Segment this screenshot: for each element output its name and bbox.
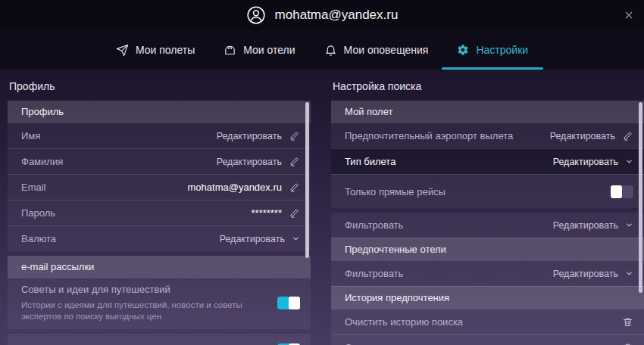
- search-settings-title: Настройка поиска: [333, 80, 644, 92]
- row-label: Фильтровать: [345, 219, 403, 231]
- chevron-down-icon: [625, 157, 633, 166]
- profile-group-header: Профиль: [8, 101, 311, 123]
- row-direct-flights-only: Только прямые рейсы: [331, 174, 644, 208]
- plane-icon: [116, 44, 129, 57]
- group-header-label: e-mail рассылки: [21, 261, 94, 272]
- edit-label: Редактировать: [220, 234, 285, 244]
- tab-bar: Мои полеты Мои отели Мои оповещения Наст…: [0, 30, 644, 70]
- settings-content: Профиль Профиль Имя Редактировать Фамили…: [0, 70, 644, 345]
- edit-preferred-airport-button[interactable]: Редактировать: [550, 130, 633, 141]
- row-ticket-type: Тип билета Редактировать: [331, 148, 644, 174]
- row-clear-search-history: Очистить историю поиска: [331, 309, 644, 334]
- popular-destinations-group: Популярные направления: [8, 334, 311, 345]
- row-label: Имя: [21, 130, 40, 141]
- edit-label: Редактировать: [550, 131, 615, 141]
- search-settings-section: Настройка поиска Мой полет Предпочтитель…: [331, 80, 644, 345]
- group-header-label: Профиль: [21, 106, 64, 117]
- tab-label: Настройки: [476, 44, 528, 56]
- tab-settings[interactable]: Настройки: [455, 30, 530, 70]
- group-header-label: Предпочтенные отели: [345, 244, 446, 255]
- row-travel-tips: Советы и идеи для путешествий Истории с …: [8, 278, 311, 329]
- email-subscriptions-group: e-mail рассылки Советы и идеи для путеше…: [8, 256, 311, 329]
- profile-scrollbar[interactable]: [305, 102, 309, 258]
- tab-my-flights[interactable]: Мои полеты: [114, 30, 197, 70]
- edit-password-button[interactable]: ********: [252, 207, 300, 219]
- bed-icon: [224, 44, 236, 57]
- pencil-icon: [289, 207, 300, 219]
- toggle-label-wrap: Советы и идеи для путешествий Истории с …: [21, 284, 258, 322]
- pencil-icon: [289, 182, 300, 193]
- edit-filter-hotels-button[interactable]: Редактировать: [553, 269, 633, 279]
- edit-filter-flights-button[interactable]: Редактировать: [553, 220, 633, 231]
- search-settings-scrollbar[interactable]: [639, 102, 642, 293]
- toggle-knob: [611, 185, 622, 198]
- close-icon[interactable]: [623, 9, 635, 21]
- clear-history-button[interactable]: [622, 342, 633, 345]
- edit-label: Редактировать: [553, 157, 618, 167]
- row-popular-destinations: Популярные направления: [8, 334, 311, 345]
- tab-label: Мои оповещения: [344, 44, 429, 56]
- row-label: Только прямые рейсы: [345, 186, 445, 197]
- edit-label: Редактировать: [217, 157, 282, 167]
- row-label: Валюта: [21, 233, 56, 244]
- row-label: Фильтровать: [345, 268, 403, 279]
- gear-icon: [457, 44, 469, 56]
- account-header: mohatma@yandex.ru: [0, 0, 644, 30]
- tab-my-alerts[interactable]: Мои оповещения: [322, 30, 431, 70]
- preferred-hotels-header: Предпочтенные отели: [331, 238, 644, 260]
- email-subscriptions-header: e-mail рассылки: [8, 256, 311, 278]
- row-password: Пароль ********: [8, 200, 311, 225]
- row-first-name: Имя Редактировать: [8, 123, 311, 148]
- tab-my-hotels[interactable]: Мои отели: [221, 30, 297, 70]
- profile-section-title: Профиль: [9, 80, 311, 92]
- edit-label: Редактировать: [217, 131, 282, 141]
- edit-ticket-type-button[interactable]: Редактировать: [553, 157, 633, 167]
- row-label: Email: [21, 182, 46, 193]
- history-header: История предпочтения: [331, 286, 644, 309]
- edit-last-name-button[interactable]: Редактировать: [217, 156, 300, 167]
- row-label: Советы и идеи для путешествий: [21, 284, 258, 295]
- pencil-icon: [289, 130, 300, 141]
- password-value: ********: [252, 207, 282, 219]
- chevron-down-icon: [292, 235, 300, 243]
- row-label: Тип билета: [345, 156, 395, 167]
- edit-label: Редактировать: [553, 269, 618, 279]
- row-label: Очистить историю: [345, 342, 429, 345]
- row-preferred-airport: Предпочтительный аэропорт вылета Редакти…: [331, 123, 644, 148]
- group-header-label: Мой полет: [345, 106, 392, 117]
- profile-group: Профиль Имя Редактировать Фамилия Редакт…: [8, 101, 311, 251]
- row-filter-hotels: Фильтровать Редактировать: [331, 260, 644, 286]
- trash-icon: [622, 316, 633, 328]
- row-email: Email mohatma@yandex.ru: [8, 174, 311, 200]
- tab-label: Мои полеты: [136, 44, 195, 56]
- edit-first-name-button[interactable]: Редактировать: [217, 130, 300, 141]
- account-email: mohatma@yandex.ru: [275, 8, 399, 23]
- row-label: Предпочтительный аэропорт вылета: [345, 130, 513, 141]
- row-filter-flights: Фильтровать Редактировать: [331, 213, 644, 238]
- row-description: Истории с идеями для путешествий, новост…: [21, 300, 258, 322]
- row-clear-history-partial: Очистить историю: [331, 334, 644, 345]
- group-header-label: История предпочтения: [345, 292, 449, 303]
- row-label: Фамилия: [21, 156, 63, 167]
- chevron-down-icon: [625, 221, 633, 229]
- direct-flights-toggle[interactable]: [611, 185, 633, 198]
- edit-email-button[interactable]: mohatma@yandex.ru: [188, 182, 300, 193]
- pencil-icon: [289, 156, 300, 167]
- row-label: Пароль: [21, 207, 55, 219]
- my-flight-group: Мой полет Предпочтительный аэропорт выле…: [331, 101, 644, 208]
- filters-hotels-history-group: Фильтровать Редактировать Предпочтенные …: [331, 213, 644, 345]
- my-flight-header: Мой полет: [331, 101, 644, 123]
- clear-search-history-button[interactable]: [622, 316, 633, 328]
- edit-currency-button[interactable]: Редактировать: [220, 234, 300, 244]
- row-label: Очистить историю поиска: [345, 316, 463, 328]
- email-value: mohatma@yandex.ru: [188, 182, 282, 193]
- user-avatar-icon: [246, 5, 266, 25]
- profile-panel: Профиль Имя Редактировать Фамилия Редакт…: [8, 101, 311, 345]
- row-currency: Валюта Редактировать: [8, 225, 311, 251]
- bell-icon: [324, 44, 337, 57]
- travel-tips-toggle[interactable]: [277, 297, 300, 309]
- edit-label: Редактировать: [553, 220, 618, 231]
- row-last-name: Фамилия Редактировать: [8, 148, 311, 174]
- chevron-down-icon: [625, 269, 633, 278]
- pencil-icon: [622, 130, 633, 141]
